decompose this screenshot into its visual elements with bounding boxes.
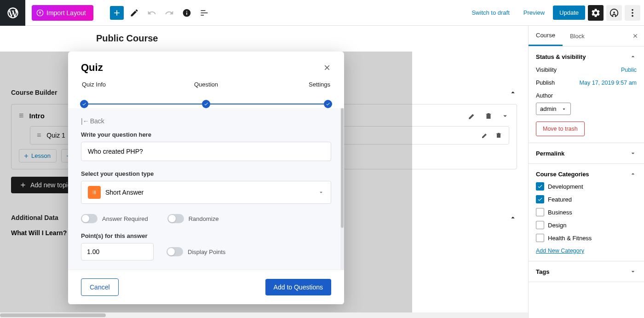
question-type-select[interactable]: Short Answer xyxy=(81,181,331,204)
check-icon xyxy=(204,102,208,106)
question-type-value: Short Answer xyxy=(105,189,313,196)
answer-required-label: Answer Required xyxy=(102,215,148,222)
randomize-toggle[interactable] xyxy=(167,214,184,223)
trash-icon[interactable] xyxy=(484,112,493,120)
modal-title: Quiz xyxy=(81,62,103,74)
add-to-questions-button[interactable]: Add to Questions xyxy=(265,279,331,295)
info-button[interactable] xyxy=(180,6,194,20)
wp-logo[interactable] xyxy=(0,0,25,26)
author-select[interactable]: admin xyxy=(536,103,571,115)
outline-button[interactable] xyxy=(197,6,211,20)
randomize-label: Randomize xyxy=(189,215,219,222)
edit-icon[interactable] xyxy=(481,132,489,139)
tab-course[interactable]: Course xyxy=(529,26,563,46)
step-dot xyxy=(324,100,332,108)
chevron-down-icon xyxy=(561,106,567,112)
close-icon[interactable] xyxy=(323,64,331,72)
step-question[interactable]: Question xyxy=(165,81,247,88)
display-points-label: Display Points xyxy=(188,249,225,255)
chevron-down-icon xyxy=(629,150,637,157)
move-to-trash-button[interactable]: Move to trash xyxy=(536,121,585,136)
add-block-button[interactable] xyxy=(110,6,124,20)
settings-sidebar: Course Block Status & visibility Visibil… xyxy=(528,26,644,318)
wordpress-icon xyxy=(6,6,19,19)
dots-vertical-icon xyxy=(627,8,638,18)
step-dot xyxy=(80,100,88,108)
category-checkbox-business[interactable] xyxy=(536,208,544,216)
category-label: Health & Fitness xyxy=(548,235,592,242)
preview-button[interactable]: Preview xyxy=(518,6,550,20)
horizontal-scrollbar[interactable] xyxy=(0,312,528,318)
tab-block[interactable]: Block xyxy=(563,26,592,46)
visibility-value[interactable]: Public xyxy=(621,67,637,73)
chevron-up-icon xyxy=(509,88,517,97)
category-label: Design xyxy=(548,222,566,229)
points-input[interactable] xyxy=(81,243,154,260)
pencil-icon xyxy=(130,8,139,17)
category-checkbox-design[interactable] xyxy=(536,221,544,229)
tutor-icon xyxy=(609,8,619,18)
more-options-button[interactable] xyxy=(625,5,640,21)
step-dot xyxy=(202,100,210,108)
category-label: Business xyxy=(548,209,572,216)
svg-point-3 xyxy=(632,12,633,14)
chevron-up-icon xyxy=(509,214,517,222)
import-label: Import Layout xyxy=(46,9,86,17)
import-icon xyxy=(36,9,44,17)
close-sidebar-button[interactable] xyxy=(627,26,644,46)
trash-icon[interactable] xyxy=(495,132,502,139)
course-categories-panel-head[interactable]: Course Categories xyxy=(536,170,637,178)
answer-required-toggle[interactable] xyxy=(81,214,98,223)
info-icon xyxy=(182,8,191,17)
import-layout-button[interactable]: Import Layout xyxy=(32,5,93,21)
check-icon xyxy=(537,184,543,189)
modal-scrollbar[interactable] xyxy=(340,108,344,270)
back-button[interactable]: |←Back xyxy=(81,117,331,125)
cancel-button[interactable]: Cancel xyxy=(81,278,119,296)
check-icon xyxy=(82,102,86,106)
chevron-down-icon[interactable] xyxy=(501,112,509,120)
redo-icon xyxy=(165,8,174,17)
step-quiz-info[interactable]: Quiz Info xyxy=(82,81,165,88)
svg-point-2 xyxy=(632,9,633,11)
svg-point-1 xyxy=(613,12,615,13)
display-points-toggle[interactable] xyxy=(167,247,183,256)
settings-toggle[interactable] xyxy=(588,5,604,21)
modal-overlay: Quiz Quiz Info Question Settings |←Back xyxy=(0,52,412,318)
category-label: Featured xyxy=(548,196,572,203)
plus-icon xyxy=(112,8,121,17)
permalink-panel-head[interactable]: Permalink xyxy=(536,150,637,157)
quiz-modal: Quiz Quiz Info Question Settings |←Back xyxy=(68,52,344,304)
chevron-down-icon xyxy=(318,189,324,196)
list-icon xyxy=(200,8,209,17)
publish-value[interactable]: May 17, 2019 9:57 am xyxy=(580,80,637,86)
redo-button[interactable] xyxy=(162,6,176,20)
question-input[interactable] xyxy=(81,142,331,161)
status-visibility-panel-head[interactable]: Status & visibility xyxy=(536,53,637,60)
undo-button[interactable] xyxy=(145,6,159,20)
short-answer-icon xyxy=(88,186,101,199)
add-new-category-link[interactable]: Add New Category xyxy=(536,248,584,254)
gear-icon xyxy=(591,8,601,18)
switch-to-draft-button[interactable]: Switch to draft xyxy=(466,6,515,20)
chevron-down-icon xyxy=(629,268,637,275)
step-settings[interactable]: Settings xyxy=(247,81,330,88)
author-key: Author xyxy=(536,93,553,99)
check-icon xyxy=(537,197,543,202)
category-checkbox-health[interactable] xyxy=(536,234,544,242)
tutor-toggle[interactable] xyxy=(606,5,622,21)
category-checkbox-development[interactable] xyxy=(536,182,544,191)
question-type-label: Select your question type xyxy=(81,170,331,177)
edit-icon[interactable] xyxy=(468,112,476,120)
back-arrow-icon: |← xyxy=(81,117,89,125)
tags-panel-head[interactable]: Tags xyxy=(536,268,637,275)
undo-icon xyxy=(147,8,156,17)
page-title: Public Course xyxy=(96,33,158,44)
edit-mode-button[interactable] xyxy=(127,6,141,20)
update-button[interactable]: Update xyxy=(553,6,585,20)
chevron-up-icon xyxy=(629,53,637,60)
chevron-up-icon xyxy=(629,170,637,178)
check-icon xyxy=(326,102,330,106)
category-checkbox-featured[interactable] xyxy=(536,195,544,203)
publish-key: Publish xyxy=(536,80,555,86)
